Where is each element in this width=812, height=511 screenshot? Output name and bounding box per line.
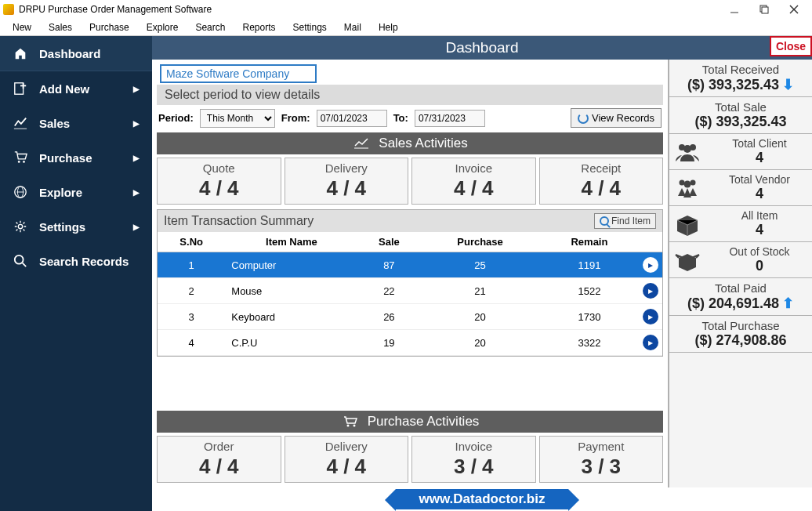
chart-icon: [352, 138, 371, 149]
box-icon: [674, 212, 705, 236]
activity-card-delivery[interactable]: Delivery4 / 4: [285, 158, 409, 205]
svg-point-25: [684, 180, 691, 187]
titlebar: DRPU Purchase Order Management Software: [0, 0, 812, 19]
svg-point-14: [18, 224, 22, 228]
sidebar-icon: [13, 115, 28, 131]
to-date-input[interactable]: [415, 110, 485, 127]
activity-card-invoice[interactable]: Invoice3 / 4: [411, 436, 536, 483]
sidebar-item-settings[interactable]: Settings▶: [0, 209, 152, 244]
arrow-up-icon: ⬆: [782, 295, 794, 312]
summary-total-sale: Total Sale($) 393,325.43: [669, 97, 812, 134]
activity-card-quote[interactable]: Quote4 / 4: [157, 158, 281, 205]
col-item-name: Item Name: [225, 232, 357, 252]
chevron-right-icon: ▶: [133, 85, 140, 93]
col-purchase: Purchase: [420, 232, 540, 252]
chevron-right-icon: ▶: [133, 154, 140, 162]
summary-total-client: Total Client4: [669, 134, 812, 170]
sales-activity-cards: Quote4 / 4Delivery4 / 4Invoice4 / 4Recei…: [157, 158, 663, 205]
svg-point-19: [353, 425, 355, 427]
find-item-button[interactable]: Find Item: [594, 213, 656, 229]
menu-explore[interactable]: Explore: [139, 20, 187, 34]
vendor-icon: [674, 177, 705, 199]
activity-card-order[interactable]: Order4 / 4: [157, 436, 281, 483]
menu-new[interactable]: New: [5, 20, 39, 34]
menu-mail[interactable]: Mail: [336, 20, 369, 34]
menubar: NewSalesPurchaseExploreSearchReportsSett…: [0, 19, 812, 36]
period-row: Period: This Month From: To: View Record…: [157, 108, 663, 128]
period-label: Period:: [158, 112, 194, 124]
menu-purchase[interactable]: Purchase: [82, 20, 137, 34]
purchase-activities-header: Purchase Activities: [157, 411, 663, 433]
svg-line-16: [23, 263, 27, 267]
item-transaction-panel: Item Transaction Summary Find Item S.NoI…: [157, 209, 663, 357]
summary-total-received: Total Received($) 393,325.43⬇: [669, 60, 812, 97]
table-row[interactable]: 1Computer87251191▸: [158, 252, 662, 278]
activity-card-invoice[interactable]: Invoice4 / 4: [411, 158, 536, 205]
table-row[interactable]: 2Mouse22211522▸: [158, 278, 662, 304]
row-detail-button[interactable]: ▸: [643, 309, 658, 324]
activity-card-receipt[interactable]: Receipt4 / 4: [539, 158, 664, 205]
item-transaction-title: Item Transaction Summary: [164, 214, 314, 228]
refresh-icon: [578, 113, 589, 124]
sidebar-icon: [13, 150, 28, 165]
maximize-button[interactable]: [749, 0, 779, 19]
sidebar-item-explore[interactable]: Explore▶: [0, 175, 152, 209]
sidebar-item-search-records[interactable]: Search Records: [0, 244, 152, 278]
svg-rect-2: [762, 7, 768, 13]
dashboard-title: Dashboard: [152, 39, 812, 56]
app-icon: [3, 4, 14, 15]
row-detail-button[interactable]: ▸: [643, 257, 658, 273]
table-row[interactable]: 4C.P.U19203322▸: [158, 330, 662, 356]
summary-total-purchase: Total Purchase($) 274,908.86: [669, 316, 812, 353]
sidebar-item-purchase[interactable]: Purchase▶: [0, 140, 152, 175]
window-close-button[interactable]: [779, 0, 809, 19]
sidebar-item-sales[interactable]: Sales▶: [0, 106, 152, 140]
sidebar-icon: [13, 184, 28, 200]
svg-point-10: [23, 161, 25, 163]
row-detail-button[interactable]: ▸: [643, 283, 658, 299]
activity-card-delivery[interactable]: Delivery4 / 4: [285, 436, 409, 483]
from-date-input[interactable]: [317, 110, 387, 127]
summary-all-item: All Item4: [669, 206, 812, 242]
from-label: From:: [281, 112, 310, 124]
svg-point-15: [15, 256, 24, 264]
sidebar-icon: [13, 45, 28, 61]
table-row[interactable]: 3Keyboard26201730▸: [158, 304, 662, 330]
sidebar-icon: [13, 253, 28, 269]
dashboard-close-button[interactable]: Close: [770, 36, 812, 56]
window-title: DRPU Purchase Order Management Software: [19, 4, 212, 15]
sidebar-icon: [13, 81, 28, 96]
sales-activities-header: Sales Activities: [157, 132, 663, 154]
cart-icon: [341, 416, 360, 427]
box-open-icon: [674, 248, 705, 272]
svg-point-9: [18, 161, 20, 163]
chevron-right-icon: ▶: [133, 119, 140, 128]
svg-point-24: [691, 179, 696, 185]
sidebar: DashboardAdd New▶Sales▶Purchase▶Explore▶…: [0, 36, 152, 511]
summary-total-vendor: Total Vendor4: [669, 170, 812, 206]
svg-point-22: [683, 145, 691, 153]
summary-column: Total Received($) 393,325.43⬇Total Sale(…: [668, 60, 812, 487]
sidebar-item-add-new[interactable]: Add New▶: [0, 71, 152, 106]
col-sale: Sale: [358, 232, 421, 252]
menu-reports[interactable]: Reports: [234, 20, 283, 34]
menu-help[interactable]: Help: [371, 20, 406, 34]
item-table: S.NoItem NameSalePurchaseRemain 1Compute…: [158, 232, 662, 356]
period-select[interactable]: This Month: [200, 109, 275, 128]
sidebar-icon: [13, 219, 28, 234]
view-records-button[interactable]: View Records: [571, 108, 662, 128]
footer: www.Datadoctor.biz: [152, 487, 812, 511]
activity-card-payment[interactable]: Payment3 / 3: [539, 436, 664, 483]
menu-settings[interactable]: Settings: [285, 20, 335, 34]
menu-sales[interactable]: Sales: [41, 20, 80, 34]
sidebar-item-dashboard[interactable]: Dashboard: [0, 36, 152, 71]
minimize-button[interactable]: [720, 0, 749, 19]
summary-out-of-stock: Out of Stock0: [669, 242, 812, 278]
svg-rect-5: [15, 83, 24, 94]
to-label: To:: [393, 112, 408, 124]
col-remain: Remain: [540, 232, 639, 252]
footer-link[interactable]: www.Datadoctor.biz: [396, 489, 569, 509]
menu-search[interactable]: Search: [187, 20, 233, 34]
purchase-activity-cards: Order4 / 4Delivery4 / 4Invoice3 / 4Payme…: [157, 436, 663, 483]
row-detail-button[interactable]: ▸: [643, 335, 658, 350]
